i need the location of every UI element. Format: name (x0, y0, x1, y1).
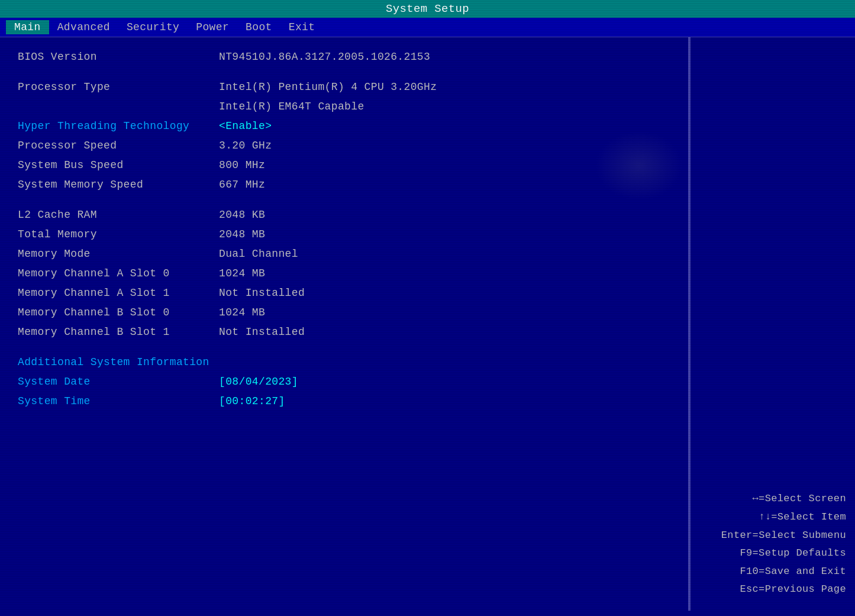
help-line-1: ↔=Select Screen (699, 490, 846, 508)
total-memory-row: Total Memory 2048 MB (18, 227, 670, 243)
system-time-label: System Time (18, 394, 219, 409)
processor-speed-row: Processor Speed 3.20 GHz (18, 138, 670, 154)
main-panel: BIOS Version NT94510J.86A.3127.2005.1026… (0, 37, 688, 611)
memory-speed-value: 667 MHz (219, 177, 670, 193)
system-date-label: System Date (18, 374, 219, 390)
mem-ch-b-slot1-label: Memory Channel B Slot 1 (18, 324, 219, 340)
mem-ch-b-slot1-value: Not Installed (219, 324, 670, 340)
processor-type-value2: Intel(R) EM64T Capable (219, 99, 670, 115)
processor-speed-label: Processor Speed (18, 138, 219, 154)
bus-speed-value: 800 MHz (219, 157, 670, 173)
mem-ch-b-slot1-row: Memory Channel B Slot 1 Not Installed (18, 324, 670, 340)
hyper-threading-value: <Enable> (219, 118, 670, 134)
memory-speed-label: System Memory Speed (18, 177, 219, 193)
menu-item-main[interactable]: Main (6, 20, 49, 34)
processor-type-row: Processor Type Intel(R) Pentium(R) 4 CPU… (18, 79, 670, 95)
system-date-row[interactable]: System Date [08/04/2023] (18, 374, 670, 390)
mem-ch-a-slot0-label: Memory Channel A Slot 0 (18, 266, 219, 282)
processor-type-row2: Intel(R) EM64T Capable (18, 99, 670, 115)
mem-ch-b-slot0-value: 1024 MB (219, 305, 670, 321)
content-area: BIOS Version NT94510J.86A.3127.2005.1026… (0, 37, 855, 611)
bios-version-label: BIOS Version (18, 49, 219, 65)
mem-ch-a-slot1-label: Memory Channel A Slot 1 (18, 285, 219, 301)
sidebar: ↔=Select Screen ↑↓=Select Item Enter=Sel… (689, 37, 855, 611)
memory-mode-value: Dual Channel (219, 246, 670, 262)
memory-mode-row: Memory Mode Dual Channel (18, 246, 670, 262)
l2-cache-row: L2 Cache RAM 2048 KB (18, 207, 670, 223)
help-line-5: F10=Save and Exit (699, 563, 846, 581)
help-text: ↔=Select Screen ↑↓=Select Item Enter=Sel… (699, 490, 846, 599)
memory-speed-row: System Memory Speed 667 MHz (18, 177, 670, 193)
mem-ch-b-slot0-row: Memory Channel B Slot 0 1024 MB (18, 305, 670, 321)
l2-cache-value: 2048 KB (219, 207, 670, 223)
title-text: System Setup (386, 2, 469, 15)
processor-type-label2 (18, 99, 219, 115)
mem-ch-a-slot1-value: Not Installed (219, 285, 670, 301)
additional-info-value (219, 354, 670, 370)
processor-type-label: Processor Type (18, 79, 219, 95)
hyper-threading-row[interactable]: Hyper Threading Technology <Enable> (18, 118, 670, 134)
title-bar: System Setup (0, 0, 855, 18)
menu-item-security[interactable]: Security (118, 20, 188, 34)
bios-version-row: BIOS Version NT94510J.86A.3127.2005.1026… (18, 49, 670, 65)
bios-version-value: NT94510J.86A.3127.2005.1026.2153 (219, 49, 670, 65)
system-date-value: [08/04/2023] (219, 374, 670, 390)
additional-info-label: Additional System Information (18, 354, 219, 370)
mem-ch-a-slot0-value: 1024 MB (219, 266, 670, 282)
processor-type-value: Intel(R) Pentium(R) 4 CPU 3.20GHz (219, 79, 670, 95)
system-time-value: [00:02:27] (219, 394, 670, 409)
help-line-3: Enter=Select Submenu (699, 527, 846, 545)
bios-screen: System Setup Main Advanced Security Powe… (0, 0, 855, 616)
help-line-4: F9=Setup Defaults (699, 544, 846, 563)
help-line-2: ↑↓=Select Item (699, 508, 846, 527)
mem-ch-b-slot0-label: Memory Channel B Slot 0 (18, 305, 219, 321)
hyper-threading-label: Hyper Threading Technology (18, 118, 219, 134)
bus-speed-row: System Bus Speed 800 MHz (18, 157, 670, 173)
menu-item-advanced[interactable]: Advanced (49, 20, 118, 34)
menu-item-exit[interactable]: Exit (280, 20, 324, 34)
total-memory-value: 2048 MB (219, 227, 670, 243)
help-line-6: Esc=Previous Page (699, 580, 846, 599)
processor-speed-value: 3.20 GHz (219, 138, 670, 154)
memory-mode-label: Memory Mode (18, 246, 219, 262)
menu-item-power[interactable]: Power (188, 20, 237, 34)
l2-cache-label: L2 Cache RAM (18, 207, 219, 223)
mem-ch-a-slot0-row: Memory Channel A Slot 0 1024 MB (18, 266, 670, 282)
system-time-row[interactable]: System Time [00:02:27] (18, 394, 670, 409)
mem-ch-a-slot1-row: Memory Channel A Slot 1 Not Installed (18, 285, 670, 301)
menu-bar: Main Advanced Security Power Boot Exit (0, 18, 855, 37)
total-memory-label: Total Memory (18, 227, 219, 243)
menu-item-boot[interactable]: Boot (237, 20, 280, 34)
bus-speed-label: System Bus Speed (18, 157, 219, 173)
additional-info-header: Additional System Information (18, 354, 670, 370)
